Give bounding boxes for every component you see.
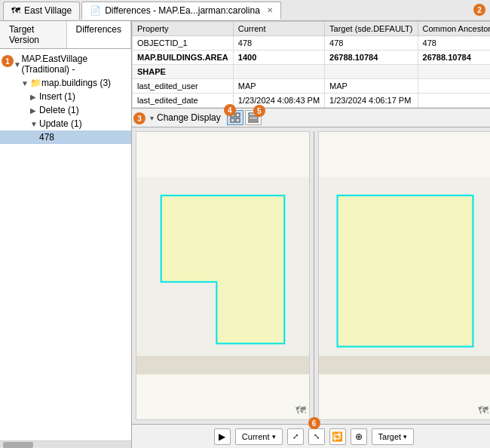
col-current: Current [233,22,324,36]
map-panel-current: 🗺 [136,131,310,420]
cell-target: 1/23/2024 4:06:17 PM [325,94,418,108]
map-icon: 🗺 [11,5,20,16]
svg-rect-5 [249,117,258,119]
sync-icon: 🔁 [332,431,343,442]
doc-icon: 📄 [90,5,101,16]
left-panel: Target Version Differences 1 ▼ MAP.EastV… [0,21,132,448]
cell-current: MAP [233,79,324,94]
cell-current: 1400 [233,51,324,65]
col-ancestor: Common Ancestor [418,22,490,36]
tab-differences-panel[interactable]: Differences [67,21,131,48]
target-dropdown[interactable]: Target ▾ [372,428,415,445]
table-row: last_edited_date 1/23/2024 4:08:43 PM 1/… [133,94,491,108]
tree-label: Delete (1) [39,105,79,115]
svg-rect-1 [236,113,240,117]
sync-button[interactable]: 🔁 [329,428,346,445]
map-navigation-icon-right[interactable]: 🗺 [478,404,488,416]
svg-rect-11 [319,356,490,375]
tab-east-village[interactable]: 🗺 East Village [3,2,80,20]
svg-rect-3 [236,118,240,122]
horizontal-scrollbar[interactable] [0,440,131,448]
tab-close-button[interactable]: ✕ [267,6,273,14]
cell-target: 478 [325,36,418,51]
arrow-icon: ▼ [14,60,21,69]
scroll-thumb[interactable] [3,442,33,448]
target-label: Target [378,432,402,441]
dropdown-arrow-icon: ▾ [403,433,407,440]
col-target: Target (sde.DEFAULT) [325,22,418,36]
badge-2: 2 [473,4,485,16]
differences-table: Property Current Target (sde.DEFAULT) Co… [132,21,490,108]
cell-property: OBJECTID_1 [133,36,234,51]
collapse-button[interactable]: ⤡ [308,428,325,445]
badge-6: 6 [308,417,320,429]
map-navigation-icon[interactable]: 🗺 [296,404,306,416]
tree-item-map-buildings[interactable]: ▼ 📁 map.buildings (3) [0,76,131,90]
cell-current: 1/23/2024 4:08:43 PM [233,94,324,108]
table-row: last_edited_user MAP MAP [133,79,491,94]
play-button[interactable]: ▶ [214,428,231,445]
cell-property: MAP.BUILDINGS.AREA [133,51,234,65]
tab-differences-label: Differences - MAP.Ea...jarman:carolina [105,5,260,16]
crosshair-icon: ⊕ [355,431,363,442]
cell-ancestor: 26788.10784 [418,51,490,65]
tree-item-map-eastvillage[interactable]: ▼ MAP.EastVillage (Traditional) - [0,52,131,76]
tree-item-insert[interactable]: ▶ Insert (1) [0,90,131,103]
collapse-icon: ⤡ [314,432,320,440]
cell-current: 478 [233,36,324,51]
target-sync-button[interactable]: ⊕ [351,428,367,445]
current-label: Current [242,432,270,441]
change-display-label: Change Display [157,112,221,123]
cell-target: 26788.10784 [325,51,418,65]
map-svg-target [319,132,490,419]
tree-label: Update (1) [39,118,82,129]
cell-target: MAP [325,79,418,94]
table-row-shape: SHAPE [133,65,491,79]
map-divider [314,131,314,420]
list-view-button[interactable]: 5 [245,110,262,125]
tree-label: 478 [39,132,54,143]
cell-current [233,65,324,79]
col-property: Property [133,22,234,36]
badge-3: 3 [133,112,145,124]
tree-item-delete[interactable]: ▶ Delete (1) [0,103,131,117]
map-svg-current [136,132,309,419]
tree-item-update[interactable]: ▼ Update (1) [0,117,131,130]
map-panel-target: 🗺 [318,131,490,420]
svg-rect-2 [231,118,234,122]
panel-tabs: Target Version Differences [0,21,131,49]
display-icons: 4 5 [227,110,262,125]
tab-target-version[interactable]: Target Version [0,21,67,48]
tab-differences[interactable]: 📄 Differences - MAP.Ea...jarman:carolina… [81,2,281,20]
svg-rect-6 [249,121,258,122]
cell-property: last_edited_date [133,94,234,108]
bottom-toolbar: 6 ▶ Current ▾ ⤢ ⤡ 🔁 ⊕ Target ▾ [132,424,490,448]
arrow-icon: ▶ [30,106,39,115]
cell-ancestor [418,94,490,108]
tree-label: MAP.EastVillage (Traditional) - [21,54,128,75]
chevron-icon[interactable]: ▾ [150,114,154,122]
change-display-header: 3 ▾ Change Display 4 5 [132,108,490,127]
play-icon: ▶ [219,431,225,442]
current-dropdown[interactable]: Current ▾ [235,428,283,445]
tab-bar: 🗺 East Village 📄 Differences - MAP.Ea...… [0,0,490,21]
cell-ancestor [418,65,490,79]
arrow-icon: ▶ [30,93,39,101]
expand-icon: ⤢ [292,432,299,440]
cell-ancestor [418,79,490,94]
badge-1: 1 [2,55,14,67]
cell-property: SHAPE [133,65,234,79]
cell-target [325,65,418,79]
tree: 1 ▼ MAP.EastVillage (Traditional) - ▼ 📁 … [0,49,131,440]
folder-icon: 📁 [30,78,41,88]
svg-rect-8 [136,356,309,375]
tree-item-478[interactable]: 478 [0,130,131,144]
arrow-icon: ▼ [21,79,30,87]
svg-rect-12 [338,195,473,346]
cell-ancestor: 478 [418,36,490,51]
expand-button[interactable]: ⤢ [287,428,304,445]
badge-5: 5 [253,105,265,117]
main-content: Target Version Differences 1 ▼ MAP.EastV… [0,21,490,448]
arrow-icon: ▼ [30,120,39,128]
cell-property: last_edited_user [133,79,234,94]
